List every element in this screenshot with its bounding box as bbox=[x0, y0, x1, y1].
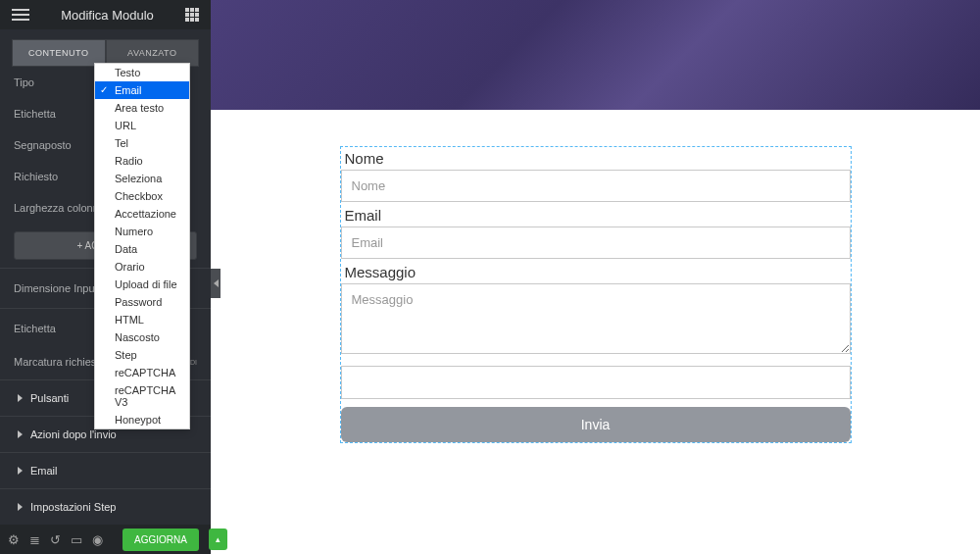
settings-icon[interactable]: ⚙ bbox=[8, 532, 20, 547]
tipo-dropdown[interactable]: Testo Email Area testo URL Tel Radio Sel… bbox=[94, 63, 190, 429]
banner-section bbox=[211, 0, 980, 110]
dropdown-option-recaptcha[interactable]: reCAPTCHA bbox=[95, 364, 189, 381]
layers-icon[interactable]: ≣ bbox=[29, 532, 40, 547]
label-email: Email bbox=[341, 204, 851, 227]
dropdown-option-tel[interactable]: Tel bbox=[95, 134, 189, 152]
hamburger-icon[interactable] bbox=[12, 9, 29, 21]
tab-contenuto[interactable]: CONTENUTO bbox=[12, 39, 106, 67]
accordion-email[interactable]: Email bbox=[0, 452, 211, 488]
dropdown-option-seleziona[interactable]: Seleziona bbox=[95, 170, 189, 187]
dropdown-option-numero[interactable]: Numero bbox=[95, 223, 189, 240]
dropdown-option-area-testo[interactable]: Area testo bbox=[95, 99, 189, 117]
accordion-step[interactable]: Impostazioni Step bbox=[0, 488, 211, 525]
header-title: Modifica Modulo bbox=[29, 8, 185, 23]
dropdown-option-recaptcha-v3[interactable]: reCAPTCHA V3 bbox=[95, 381, 189, 411]
header-bar: Modifica Modulo bbox=[0, 0, 211, 29]
device-icon[interactable]: ▭ bbox=[71, 532, 82, 547]
dropdown-option-upload[interactable]: Upload di file bbox=[95, 276, 189, 293]
dropdown-option-orario[interactable]: Orario bbox=[95, 258, 189, 276]
input-nome[interactable] bbox=[341, 170, 851, 202]
input-email[interactable] bbox=[341, 227, 851, 259]
caret-icon bbox=[18, 430, 23, 438]
submit-button[interactable]: Invia bbox=[341, 407, 851, 442]
dropdown-option-radio[interactable]: Radio bbox=[95, 152, 189, 170]
caret-icon bbox=[18, 394, 23, 402]
dropdown-option-html[interactable]: HTML bbox=[95, 311, 189, 328]
caret-icon bbox=[18, 503, 23, 511]
update-button[interactable]: AGGIORNA bbox=[122, 529, 199, 551]
dropdown-option-step[interactable]: Step bbox=[95, 346, 189, 364]
dropdown-option-honeypot[interactable]: Honeypot bbox=[95, 411, 189, 428]
empty-field-placeholder[interactable] bbox=[341, 366, 851, 399]
dropdown-option-password[interactable]: Password bbox=[95, 293, 189, 311]
preview-icon[interactable]: ◉ bbox=[92, 532, 103, 547]
label-nome: Nome bbox=[341, 147, 851, 170]
dropdown-option-testo[interactable]: Testo bbox=[95, 64, 189, 81]
history-icon[interactable]: ↺ bbox=[50, 532, 61, 547]
dropdown-option-email[interactable]: Email bbox=[95, 81, 189, 99]
update-dropdown-button[interactable]: ▴ bbox=[209, 529, 227, 550]
form-widget[interactable]: Nome Email Messaggio Invia bbox=[340, 146, 852, 443]
dropdown-option-accettazione[interactable]: Accettazione bbox=[95, 205, 189, 223]
dropdown-option-nascosto[interactable]: Nascosto bbox=[95, 328, 189, 346]
caret-icon bbox=[18, 467, 23, 475]
dropdown-option-url[interactable]: URL bbox=[95, 117, 189, 134]
bottom-toolbar: ⚙ ≣ ↺ ▭ ◉ AGGIORNA ▴ bbox=[0, 525, 211, 554]
dropdown-option-data[interactable]: Data bbox=[95, 240, 189, 258]
textarea-messaggio[interactable] bbox=[341, 283, 851, 354]
canvas: Nome Email Messaggio Invia bbox=[211, 0, 980, 554]
dropdown-option-checkbox[interactable]: Checkbox bbox=[95, 187, 189, 205]
panel-collapse-button[interactable] bbox=[211, 269, 220, 298]
label-messaggio: Messaggio bbox=[341, 261, 851, 283]
apps-grid-icon[interactable] bbox=[185, 8, 199, 22]
